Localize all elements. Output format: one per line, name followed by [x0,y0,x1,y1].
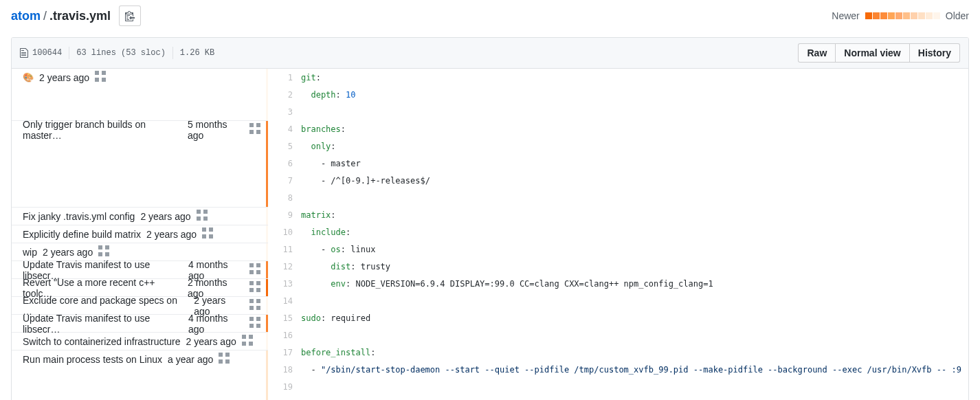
code-line: 7 - /^[0-9.]+-releases$/ [268,172,968,189]
commit-message[interactable]: Update Travis manifest to use libsecr… [23,313,183,335]
reblame-icon[interactable] [249,123,260,136]
commit-message[interactable]: wip [23,247,37,258]
legend-older: Older [946,10,969,21]
commit-message[interactable]: 🎨 [23,72,34,82]
code-line: 1git: [268,69,968,86]
blame-code-column: 1git:2 depth: 1034branches:5 only:6 - ma… [268,69,968,400]
blame-hunk: 🎨2 years ago [12,69,268,121]
reblame-icon[interactable] [219,353,230,366]
code-line: 14 [268,292,968,309]
file-box: 100644 63 lines (53 sloc) 1.26 KB Raw No… [11,37,969,400]
code-content: depth: 10 [301,90,355,100]
file-header: 100644 63 lines (53 sloc) 1.26 KB Raw No… [12,38,968,69]
blame-commits-column: 🎨2 years agoOnly trigger branch builds o… [12,69,268,400]
line-number[interactable]: 16 [268,331,301,340]
code-content: branches: [301,124,346,134]
blame-hunk: Explicitly define build matrix2 years ag… [12,225,268,243]
line-number[interactable]: 5 [268,142,301,151]
legend-newer: Newer [832,10,859,21]
code-line: 17before_install: [268,344,968,361]
code-content: matrix: [301,210,336,220]
reblame-icon[interactable] [98,245,109,258]
code-line: 5 only: [268,137,968,155]
age-color-bar [865,12,940,19]
file-info: 100644 63 lines (53 sloc) 1.26 KB [20,47,221,59]
file-icon [20,47,28,58]
reblame-icon[interactable] [249,317,260,330]
reblame-icon[interactable] [202,227,213,241]
code-line: 11 - os: linux [268,241,968,258]
breadcrumb-row: atom / .travis.yml Newer Older [11,0,969,37]
breadcrumb-separator: / [41,9,49,23]
line-number[interactable]: 4 [268,124,301,134]
reblame-icon[interactable] [242,335,253,348]
line-number[interactable]: 9 [268,210,301,220]
code-line: 18 - "/sbin/start-stop-daemon --start --… [268,361,968,378]
commit-time: 4 months ago [188,313,244,335]
line-number[interactable]: 3 [268,107,301,117]
commit-time: a year ago [168,354,213,365]
commit-time: 2 years ago [140,211,190,222]
reblame-icon[interactable] [249,263,260,276]
line-number[interactable]: 12 [268,262,301,271]
line-number[interactable]: 18 [268,365,301,375]
code-line: 9matrix: [268,206,968,223]
line-number[interactable]: 6 [268,159,301,168]
line-number[interactable]: 7 [268,176,301,186]
age-legend: Newer Older [832,10,969,21]
commit-time: 2 years ago [186,336,236,347]
reblame-icon[interactable] [249,281,260,294]
code-line: 6 - master [268,155,968,172]
code-content: include: [301,227,350,237]
code-line: 4branches: [268,120,968,137]
commit-time: 2 years ago [39,72,89,83]
code-content: - os: linux [301,245,375,254]
code-line: 13 env: NODE_VERSION=6.9.4 DISPLAY=:99.0… [268,275,968,292]
raw-button[interactable]: Raw [798,43,836,63]
clipboard-icon [125,10,135,21]
line-number[interactable]: 14 [268,296,301,306]
code-content: dist: trusty [301,262,390,271]
commit-time: 2 years ago [146,229,197,240]
repo-link[interactable]: atom [11,9,41,23]
breadcrumb: atom / .travis.yml [11,5,141,26]
line-number[interactable]: 1 [268,73,301,82]
file-size: 1.26 KB [173,48,221,58]
commit-message[interactable]: Run main process tests on Linux [23,354,162,365]
line-number[interactable]: 13 [268,279,301,289]
line-number[interactable]: 19 [268,382,301,392]
blame-view: 🎨2 years agoOnly trigger branch builds o… [12,69,968,400]
normal-view-button[interactable]: Normal view [835,43,909,63]
commit-time: 2 years ago [43,247,93,258]
file-mode: 100644 [32,48,62,58]
code-content: before_install: [301,348,375,357]
code-line: 3 [268,103,968,120]
commit-time: 5 months ago [188,119,244,141]
line-number[interactable]: 10 [268,227,301,237]
code-line: 10 include: [268,223,968,241]
line-number[interactable]: 11 [268,245,301,254]
reblame-icon[interactable] [197,210,208,223]
line-number[interactable]: 8 [268,193,301,203]
code-line: 12 dist: trusty [268,258,968,275]
copy-path-button[interactable] [119,5,141,26]
line-number[interactable]: 15 [268,313,301,323]
commit-message[interactable]: Switch to containerized infrastructure [23,336,181,347]
blame-hunk: Switch to containerized infrastructure2 … [12,333,268,351]
code-line: 2 depth: 10 [268,86,968,103]
commit-message[interactable]: Fix janky .travis.yml config [23,211,135,222]
file-name: .travis.yml [49,9,111,23]
code-content: - master [301,159,361,168]
code-line: 8 [268,189,968,206]
commit-message[interactable]: Only trigger branch builds on master… [23,119,182,141]
commit-message[interactable]: Explicitly define build matrix [23,229,141,240]
history-button[interactable]: History [909,43,960,63]
blame-hunk: Fix janky .travis.yml config2 years ago [12,208,268,225]
line-number[interactable]: 2 [268,90,301,100]
reblame-icon[interactable] [249,299,260,312]
file-lines: 63 lines (53 sloc) [69,48,172,58]
line-number[interactable]: 17 [268,348,301,357]
reblame-icon[interactable] [95,71,106,84]
code-content: sudo: required [301,313,370,323]
code-line: 15sudo: required [268,309,968,326]
